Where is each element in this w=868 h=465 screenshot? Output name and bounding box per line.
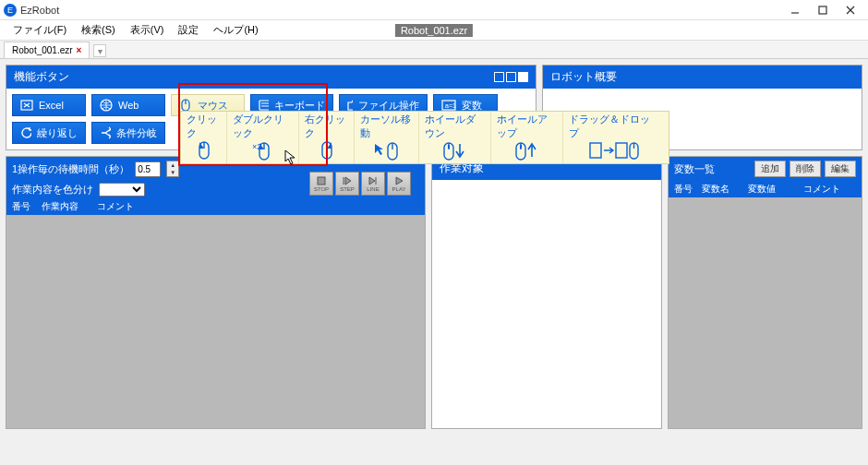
mouse-rightclick-icon bbox=[319, 140, 335, 162]
drag-drop-icon bbox=[588, 140, 640, 162]
function-panel-title: 機能ボタン bbox=[14, 69, 69, 85]
col-name: 変数名 bbox=[702, 183, 748, 196]
submenu-label: ホイールダウン bbox=[425, 113, 485, 140]
svg-rect-1 bbox=[819, 6, 826, 14]
playback-controls: STOP STEP LINE PLAY bbox=[309, 172, 411, 196]
ribbon-label: Web bbox=[118, 100, 139, 111]
col-content: 作業内容 bbox=[42, 200, 97, 213]
tab-close-icon[interactable]: × bbox=[77, 45, 82, 55]
wheel-up-icon bbox=[513, 140, 541, 162]
minimize-button[interactable] bbox=[781, 1, 809, 19]
close-button[interactable] bbox=[837, 1, 864, 19]
col-no: 番号 bbox=[674, 183, 702, 196]
var-edit-button[interactable]: 編集 bbox=[825, 161, 856, 177]
submenu-label: クリック bbox=[187, 113, 221, 140]
color-label: 作業内容を色分け bbox=[12, 183, 93, 197]
col-no: 番号 bbox=[12, 200, 42, 213]
col-value: 変数値 bbox=[748, 183, 803, 196]
svg-rect-24 bbox=[448, 145, 450, 149]
variables-list-body[interactable] bbox=[669, 197, 862, 428]
ribbon-repeat[interactable]: 繰り返し bbox=[12, 122, 86, 144]
variables-column-header: 番号 変数名 変数値 コメント bbox=[669, 181, 862, 197]
variables-panel: 変数一覧 追加 削除 編集 番号 変数名 変数値 コメント bbox=[668, 156, 862, 429]
branch-icon bbox=[100, 126, 111, 139]
svg-rect-8 bbox=[259, 101, 269, 110]
submenu-click[interactable]: クリック bbox=[181, 112, 227, 163]
variables-title: 変数一覧 bbox=[674, 162, 715, 176]
globe-icon bbox=[100, 99, 113, 112]
operations-column-header: 番号 作業内容 コメント bbox=[6, 198, 425, 215]
col-comment: コメント bbox=[97, 200, 419, 213]
menu-settings[interactable]: 設定 bbox=[171, 21, 206, 39]
wait-value-input[interactable] bbox=[135, 161, 161, 177]
playback-stop[interactable]: STOP bbox=[309, 172, 333, 196]
operations-list-body[interactable] bbox=[6, 215, 425, 428]
menu-view[interactable]: 表示(V) bbox=[123, 21, 172, 39]
panel-layout-toggle-1[interactable] bbox=[494, 72, 504, 82]
submenu-label: 右クリック bbox=[305, 113, 348, 140]
submenu-wheelup[interactable]: ホイールアップ bbox=[491, 112, 563, 163]
overview-panel-title: ロボット概要 bbox=[550, 69, 617, 85]
panel-layout-toggle-3[interactable] bbox=[518, 72, 528, 82]
ribbon-excel[interactable]: Excel bbox=[12, 94, 86, 116]
submenu-rightclick[interactable]: 右クリック bbox=[299, 112, 355, 163]
submenu-dblclick[interactable]: ダブルクリック ×2 bbox=[227, 112, 299, 163]
mouse-dblclick-icon: ×2 bbox=[252, 140, 274, 162]
menubar: ファイル(F) 検索(S) 表示(V) 設定 ヘルプ(H) Robot_001.… bbox=[0, 20, 868, 41]
ribbon-web[interactable]: Web bbox=[91, 94, 165, 116]
target-body[interactable] bbox=[432, 180, 661, 428]
folder-icon bbox=[347, 99, 353, 112]
submenu-wheeldown[interactable]: ホイールダウン bbox=[419, 112, 491, 163]
wait-spinner[interactable]: ▲▼ bbox=[166, 161, 179, 177]
playback-play[interactable]: PLAY bbox=[387, 172, 411, 196]
ribbon-label: Excel bbox=[39, 100, 64, 111]
svg-rect-28 bbox=[590, 143, 601, 158]
submenu-label: ホイールアップ bbox=[497, 113, 557, 140]
tab-label: Robot_001.ezr bbox=[12, 45, 73, 55]
playback-line[interactable]: LINE bbox=[361, 172, 385, 196]
col-comment: コメント bbox=[803, 183, 856, 196]
wait-label: 1操作毎の待機時間（秒） bbox=[12, 162, 129, 176]
target-panel: 作業対象 bbox=[431, 156, 662, 429]
a1-icon: a=1 bbox=[441, 100, 456, 111]
submenu-label: ダブルクリック bbox=[233, 113, 293, 140]
submenu-label: ドラッグ＆ドロップ bbox=[569, 113, 659, 140]
tabstrip: Robot_001.ezr × ▾ bbox=[0, 41, 868, 59]
ribbon-label: 繰り返し bbox=[37, 126, 78, 140]
panel-layout-toggle-2[interactable] bbox=[506, 72, 516, 82]
color-select[interactable] bbox=[99, 183, 145, 197]
document-tab[interactable]: Robot_001.ezr × bbox=[4, 42, 90, 58]
overview-panel-header: ロボット概要 bbox=[543, 66, 862, 89]
window-titlebar: E EzRobot bbox=[0, 0, 868, 20]
playback-step[interactable]: STEP bbox=[335, 172, 359, 196]
menu-help[interactable]: ヘルプ(H) bbox=[206, 21, 265, 39]
var-add-button[interactable]: 追加 bbox=[754, 161, 786, 177]
mouse-click-icon bbox=[196, 140, 212, 162]
keyboard-icon bbox=[259, 100, 269, 111]
ribbon-branch[interactable]: 条件分岐 bbox=[91, 122, 165, 144]
ribbon-label: 条件分岐 bbox=[116, 126, 157, 140]
app-icon: E bbox=[4, 4, 17, 17]
var-delete-button[interactable]: 削除 bbox=[790, 161, 821, 177]
svg-rect-32 bbox=[318, 177, 325, 185]
variables-header: 変数一覧 追加 削除 編集 bbox=[669, 157, 862, 181]
mouse-icon bbox=[179, 99, 192, 112]
submenu-cursormove[interactable]: カーソル移動 bbox=[355, 112, 419, 163]
open-file-badge: Robot_001.ezr bbox=[395, 24, 473, 37]
menu-search[interactable]: 検索(S) bbox=[74, 21, 123, 39]
add-tab-button[interactable]: ▾ bbox=[93, 44, 106, 57]
menu-file[interactable]: ファイル(F) bbox=[6, 21, 74, 39]
wheel-down-icon bbox=[441, 140, 469, 162]
app-title: EzRobot bbox=[20, 5, 59, 16]
cursor-move-icon bbox=[373, 140, 401, 162]
mouse-submenu: クリック ダブルクリック ×2 右クリック カーソル移動 ホイールダウン ホイー… bbox=[180, 111, 669, 164]
svg-rect-27 bbox=[520, 145, 522, 149]
function-panel-header: 機能ボタン bbox=[6, 66, 536, 89]
excel-icon bbox=[20, 99, 33, 112]
svg-text:a=1: a=1 bbox=[445, 102, 456, 109]
operations-panel: 1操作毎の待機時間（秒） ▲▼ 作業内容を色分け 番号 作業内容 コメント bbox=[6, 156, 426, 429]
svg-rect-29 bbox=[616, 143, 627, 158]
maximize-button[interactable] bbox=[809, 1, 837, 19]
submenu-dragdrop[interactable]: ドラッグ＆ドロップ bbox=[563, 112, 669, 163]
refresh-icon bbox=[20, 126, 31, 139]
